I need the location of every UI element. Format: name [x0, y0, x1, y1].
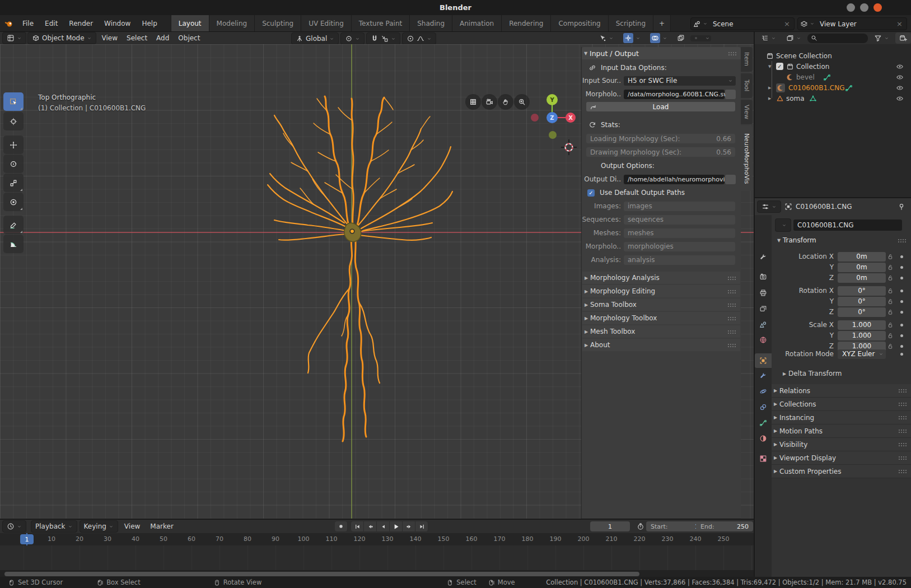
frame-start-field[interactable]: Start:1: [646, 521, 703, 531]
axis-x-ball[interactable]: X: [566, 113, 576, 123]
object-data-icon-button[interactable]: [775, 218, 791, 232]
properties-tab-world[interactable]: [755, 333, 772, 347]
browse-folder-button[interactable]: [725, 90, 736, 99]
timeline-menu-keying[interactable]: Keying: [80, 520, 118, 533]
menu-edit[interactable]: Edit: [39, 20, 63, 27]
current-frame-badge[interactable]: 1: [20, 534, 34, 544]
remove-view-layer-button[interactable]: ×: [895, 20, 904, 28]
outliner-display-mode-dropdown[interactable]: [757, 32, 780, 44]
transform-value-field[interactable]: 1.000: [838, 320, 886, 330]
animate-dot[interactable]: [900, 345, 903, 348]
outliner-row-collection[interactable]: ▼✓Collection: [755, 61, 911, 72]
outliner-row-soma[interactable]: ▶soma: [755, 93, 911, 104]
animate-dot[interactable]: [900, 255, 903, 258]
timeline-editor-type-button[interactable]: [2, 520, 26, 533]
blender-logo-icon[interactable]: [0, 19, 17, 28]
workspace-tab-animation[interactable]: Animation: [452, 15, 502, 31]
properties-tab-constraints[interactable]: [755, 400, 772, 414]
workspace-tab-scripting[interactable]: Scripting: [609, 15, 653, 31]
tool-annotate-button[interactable]: [3, 216, 24, 234]
visibility-eye-icon[interactable]: [896, 84, 904, 92]
workspace-tab-texture-paint[interactable]: Texture Paint: [352, 15, 410, 31]
load-button[interactable]: Load: [586, 102, 735, 111]
properties-tab-texture[interactable]: [755, 451, 772, 466]
properties-tab-physics[interactable]: [755, 384, 772, 399]
lock-open-icon[interactable]: [887, 332, 894, 339]
collection-checkbox[interactable]: ✓: [776, 63, 783, 70]
scrollbar-thumb[interactable]: [4, 572, 639, 576]
grid-nav-button[interactable]: [465, 94, 481, 110]
properties-panel-motion-paths[interactable]: ▶Motion Paths: [772, 424, 911, 438]
tool-measure-button[interactable]: [3, 235, 24, 253]
workspace-tab-modeling[interactable]: Modeling: [209, 15, 255, 31]
transform-value-field[interactable]: 0m: [838, 263, 886, 272]
panel-morphology-editing[interactable]: ▶Morphology Editing: [582, 285, 740, 297]
outliner-item-label[interactable]: bevel: [796, 73, 815, 81]
timeline-tracks[interactable]: [0, 545, 754, 570]
panel-about[interactable]: ▶About: [582, 339, 740, 351]
camera-nav-button[interactable]: [482, 94, 497, 110]
properties-tab-object[interactable]: [755, 353, 772, 368]
transform-value-field[interactable]: 0m: [838, 252, 886, 262]
expand-icon[interactable]: ▶: [768, 86, 771, 90]
show-overlays-toggle[interactable]: [646, 32, 671, 44]
lock-open-icon[interactable]: [887, 287, 894, 294]
delta-transform-header[interactable]: ▶Delta Transform: [781, 370, 842, 377]
properties-panel-custom-properties[interactable]: ▶Custom Properties: [772, 465, 911, 478]
view-layer-name[interactable]: View Layer: [816, 20, 891, 28]
animate-dot[interactable]: [900, 324, 903, 326]
outliner-item-label[interactable]: soma: [786, 95, 805, 102]
menu-render[interactable]: Render: [63, 20, 99, 27]
sidebar-tab-view[interactable]: View: [741, 100, 753, 124]
next-keyframe-button[interactable]: [403, 521, 415, 531]
viewport-menu-select[interactable]: Select: [122, 34, 152, 42]
viewport-menu-view[interactable]: View: [97, 34, 122, 42]
properties-tab-modifiers[interactable]: [755, 368, 772, 383]
axis-x-neg-ball[interactable]: [531, 114, 539, 122]
visibility-eye-icon[interactable]: [896, 63, 904, 71]
properties-tab-tool[interactable]: [755, 250, 772, 264]
mode-dropdown[interactable]: Object Mode: [27, 32, 96, 44]
rotation-mode-dropdown[interactable]: XYZ Euler: [838, 349, 886, 359]
scene-name[interactable]: Scene: [709, 20, 779, 28]
axis-z-ball[interactable]: Z: [546, 112, 558, 123]
add-workspace-button[interactable]: +: [653, 15, 671, 31]
animate-dot[interactable]: [900, 266, 903, 269]
lock-open-icon[interactable]: [887, 298, 894, 305]
axis-y-ball[interactable]: Y: [546, 94, 558, 105]
workspace-tab-sculpting[interactable]: Sculpting: [255, 15, 301, 31]
outliner-item-label[interactable]: Collection: [796, 63, 829, 71]
outliner-filter-display-dropdown[interactable]: [782, 32, 805, 44]
tool-select-box-button[interactable]: [3, 92, 24, 111]
object-type-visibility-dropdown[interactable]: [595, 32, 618, 44]
lock-open-icon[interactable]: [887, 309, 894, 315]
tool-move-button[interactable]: [3, 136, 24, 154]
properties-tab-output[interactable]: [755, 286, 772, 300]
lock-open-icon[interactable]: [887, 274, 894, 281]
lock-open-icon[interactable]: [887, 264, 894, 270]
outliner-filter-dropdown[interactable]: [870, 32, 893, 44]
workspace-tab-compositing[interactable]: Compositing: [551, 15, 608, 31]
animate-dot[interactable]: [900, 277, 903, 279]
transform-panel-header[interactable]: ▼Transform: [775, 236, 909, 244]
tool-cursor-button[interactable]: [3, 112, 24, 130]
transform-value-field[interactable]: 0°: [838, 307, 886, 317]
panel-morphology-analysis[interactable]: ▶Morphology Analysis: [582, 272, 740, 284]
output-dir-field[interactable]: /home/abdellah/neuromorphovis-..: [624, 175, 725, 184]
menu-file[interactable]: File: [17, 20, 39, 27]
outliner-row-c010600b1-cng[interactable]: ▶C010600B1.CNG: [755, 82, 911, 93]
close-button[interactable]: [873, 3, 882, 12]
properties-panel-collections[interactable]: ▶Collections: [772, 398, 911, 411]
properties-tab-data[interactable]: [755, 416, 772, 430]
lock-open-icon[interactable]: [887, 253, 894, 260]
timeline-ruler[interactable]: 1 10203040506070809010011012013014015016…: [0, 533, 754, 545]
current-frame-field[interactable]: 1: [590, 521, 630, 531]
animate-dot[interactable]: [900, 334, 903, 337]
morphology-file-field[interactable]: /data/morpholog..600B1.CNG.swc: [624, 90, 725, 99]
xray-toggle[interactable]: [673, 32, 689, 44]
animate-dot[interactable]: [900, 290, 903, 292]
outliner-item-label[interactable]: C010600B1.CNG: [788, 84, 845, 92]
expand-icon[interactable]: ▶: [768, 96, 771, 101]
outliner-row-scene-collection[interactable]: Scene Collection: [755, 50, 911, 61]
jump-end-button[interactable]: [415, 521, 428, 531]
